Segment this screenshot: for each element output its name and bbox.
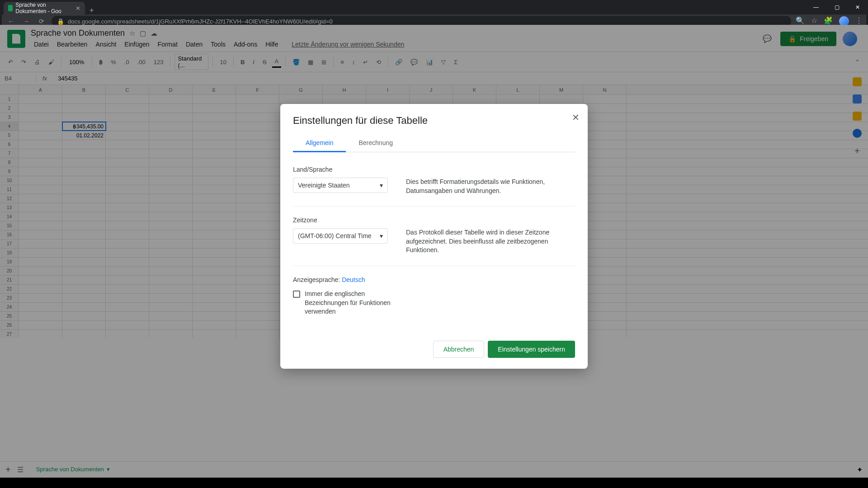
sheets-app: Sprache von Dokumenten ☆ ▢ ☁ DateiBearbe… <box>0 25 868 488</box>
reload-button[interactable]: ⟳ <box>36 18 47 25</box>
minimize-button[interactable]: — <box>806 0 826 14</box>
locale-description: Dies betrifft Formatierungsdetails wie F… <box>406 166 575 195</box>
timezone-description: Das Protokoll dieser Tabelle wird in die… <box>406 216 575 255</box>
close-window-button[interactable]: ✕ <box>847 0 868 14</box>
tab-calculation[interactable]: Berechnung <box>346 135 406 152</box>
browser-tab[interactable]: Sprache von Dokumenten - Goo ✕ <box>4 2 85 14</box>
locale-select[interactable]: Vereinigte Staaten ▾ <box>293 178 388 193</box>
timezone-label: Zeitzone <box>293 216 388 224</box>
forward-button[interactable]: → <box>21 18 32 25</box>
close-tab-icon[interactable]: ✕ <box>75 5 80 12</box>
display-language-link[interactable]: Deutsch <box>342 276 365 283</box>
settings-modal: Einstellungen für diese Tabelle ✕ Allgem… <box>280 104 588 369</box>
url-text: docs.google.com/spreadsheets/d/1jGRuXXfP… <box>68 18 333 25</box>
lock-icon: 🔒 <box>57 18 64 25</box>
checkbox-label: Immer die englischen Bezeichnungen für F… <box>305 290 391 316</box>
timezone-select[interactable]: (GMT-06:00) Central Time ▾ <box>293 228 388 244</box>
chevron-down-icon: ▾ <box>380 182 383 189</box>
tab-title: Sprache von Dokumenten - Goo <box>15 2 73 14</box>
maximize-button[interactable]: ▢ <box>826 0 847 14</box>
browser-chrome: Sprache von Dokumenten - Goo ✕ + — ▢ ✕ ←… <box>0 0 868 25</box>
english-functions-checkbox[interactable] <box>293 291 300 298</box>
display-language-label: Anzeigesprache: Deutsch <box>293 276 575 283</box>
sheets-favicon-icon <box>8 5 13 11</box>
locale-label: Land/Sprache <box>293 166 388 173</box>
new-tab-button[interactable]: + <box>85 6 98 14</box>
modal-tabs: Allgemein Berechnung <box>293 135 575 152</box>
back-button[interactable]: ← <box>5 18 16 25</box>
tab-general[interactable]: Allgemein <box>293 135 346 152</box>
cancel-button[interactable]: Abbrechen <box>433 341 485 358</box>
tab-bar: Sprache von Dokumenten - Goo ✕ + — ▢ ✕ <box>0 0 868 14</box>
save-button[interactable]: Einstellungen speichern <box>488 341 575 358</box>
window-controls: — ▢ ✕ <box>806 0 868 14</box>
close-modal-button[interactable]: ✕ <box>572 112 580 123</box>
modal-title: Einstellungen für diese Tabelle <box>293 115 575 127</box>
chevron-down-icon: ▾ <box>380 232 383 239</box>
